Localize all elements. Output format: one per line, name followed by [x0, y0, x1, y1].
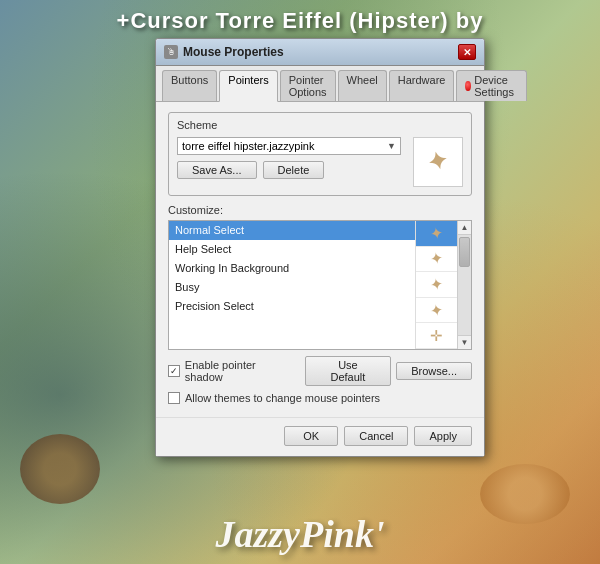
- dialog-icon: 🖱: [164, 45, 178, 59]
- save-as-button[interactable]: Save As...: [177, 161, 257, 179]
- dialog-box: 🖱 Mouse Properties ✕ Buttons Pointers Po…: [155, 38, 485, 457]
- enable-shadow-label: Enable pointer shadow: [185, 359, 295, 383]
- cursor-item-precision[interactable]: Precision Select: [169, 297, 415, 316]
- preview-help: ✦: [416, 247, 457, 273]
- device-icon: [465, 81, 471, 91]
- dropdown-arrow: ▼: [387, 141, 396, 151]
- cursor-item-help[interactable]: Help Select: [169, 240, 415, 259]
- tab-hardware[interactable]: Hardware: [389, 70, 455, 101]
- cursor-name-working: Working In Background: [175, 262, 409, 274]
- cursor-preview-col: ✦ ✦ ✦ ✦ ✛: [415, 221, 457, 349]
- preview-precision: ✛: [416, 323, 457, 349]
- tab-bar: Buttons Pointers Pointer Options Wheel H…: [156, 66, 484, 102]
- tab-pointer-options[interactable]: Pointer Options: [280, 70, 336, 101]
- allow-themes-label: Allow themes to change mouse pointers: [185, 392, 380, 404]
- scheme-label: Scheme: [177, 119, 463, 131]
- cursor-item-working[interactable]: Working In Background: [169, 259, 415, 278]
- enable-shadow-row: ✓ Enable pointer shadow Use Default Brow…: [168, 356, 472, 386]
- cursor-item-normal[interactable]: Normal Select: [169, 221, 415, 240]
- cursor-name-normal: Normal Select: [175, 224, 409, 236]
- top-text: +Cursor Torre Eiffel (Hipster) by: [0, 8, 600, 34]
- preview-busy: ✦: [416, 298, 457, 324]
- preview-normal: ✦: [416, 221, 457, 247]
- cursor-list-container: Normal Select Help Select Working In Bac…: [168, 220, 472, 350]
- scroll-track: [458, 235, 471, 335]
- scheme-buttons: Save As... Delete: [177, 161, 401, 179]
- ok-button[interactable]: OK: [284, 426, 338, 446]
- tab-pointers[interactable]: Pointers: [219, 70, 277, 102]
- preview-working: ✦: [416, 272, 457, 298]
- enable-shadow-checkbox[interactable]: ✓: [168, 365, 180, 377]
- tab-device-settings[interactable]: Device Settings: [456, 70, 527, 101]
- title-bar: 🖱 Mouse Properties ✕: [156, 39, 484, 66]
- bg-deco-coffee: [20, 434, 100, 504]
- preview-cursor-icon: ✦: [425, 146, 452, 178]
- cursor-items: Normal Select Help Select Working In Bac…: [169, 221, 415, 349]
- cursor-name-busy: Busy: [175, 281, 409, 293]
- list-scrollbar[interactable]: ▲ ▼: [457, 221, 471, 349]
- close-button[interactable]: ✕: [458, 44, 476, 60]
- cursor-item-busy[interactable]: Busy: [169, 278, 415, 297]
- cancel-button[interactable]: Cancel: [344, 426, 408, 446]
- bottom-button-row: OK Cancel Apply: [156, 417, 484, 456]
- title-bar-left: 🖱 Mouse Properties: [164, 45, 284, 59]
- scheme-preview: ✦: [413, 137, 463, 187]
- scheme-dropdown[interactable]: torre eiffel hipster.jazzypink ▼: [177, 137, 401, 155]
- delete-button[interactable]: Delete: [263, 161, 325, 179]
- browse-button[interactable]: Browse...: [396, 362, 472, 380]
- tab-buttons[interactable]: Buttons: [162, 70, 217, 101]
- apply-button[interactable]: Apply: [414, 426, 472, 446]
- bottom-text: JazzyPink': [0, 512, 600, 556]
- scroll-thumb[interactable]: [459, 237, 470, 267]
- dialog-body: Scheme torre eiffel hipster.jazzypink ▼ …: [156, 102, 484, 417]
- scheme-group: Scheme torre eiffel hipster.jazzypink ▼ …: [168, 112, 472, 196]
- dialog-title: Mouse Properties: [183, 45, 284, 59]
- scroll-down-button[interactable]: ▼: [458, 335, 471, 349]
- tab-wheel[interactable]: Wheel: [338, 70, 387, 101]
- use-default-button[interactable]: Use Default: [305, 356, 391, 386]
- cursor-name-precision: Precision Select: [175, 300, 409, 312]
- dialog-window: 🖱 Mouse Properties ✕ Buttons Pointers Po…: [155, 38, 485, 457]
- allow-themes-checkbox[interactable]: [168, 392, 180, 404]
- allow-themes-row: Allow themes to change mouse pointers: [168, 392, 472, 404]
- scroll-up-button[interactable]: ▲: [458, 221, 471, 235]
- customize-label: Customize:: [168, 204, 472, 216]
- cursor-name-help: Help Select: [175, 243, 409, 255]
- scheme-value: torre eiffel hipster.jazzypink: [182, 140, 314, 152]
- scheme-row: torre eiffel hipster.jazzypink ▼: [177, 137, 401, 155]
